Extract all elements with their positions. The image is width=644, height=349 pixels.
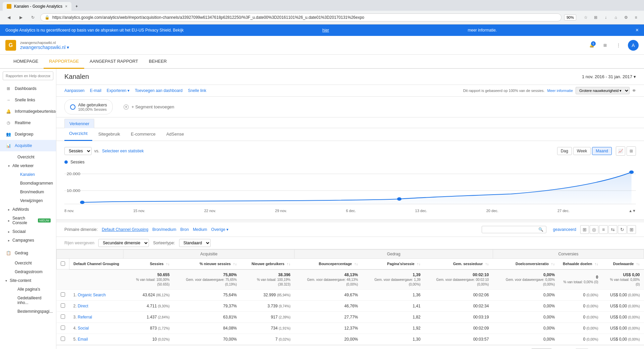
nav-beheer[interactable]: BEHEER — [144, 55, 172, 69]
meer-informatie-link[interactable]: Meer informatie — [547, 89, 573, 93]
avatar[interactable]: A — [628, 40, 639, 51]
compare-view-btn[interactable]: ⇆ — [608, 225, 617, 234]
notifications-icon[interactable]: 🔔5 — [588, 41, 596, 49]
forward-button[interactable]: ▶ — [16, 13, 25, 22]
apps-icon[interactable]: ⊞ — [601, 41, 609, 49]
goal-val-header[interactable]: Doelwaarde ↑↓ — [602, 259, 644, 269]
period-week-button[interactable]: Week — [573, 147, 591, 155]
dim-bron[interactable]: Bron — [180, 227, 189, 232]
table-search-input[interactable] — [485, 227, 538, 232]
close-tab-button[interactable]: × — [65, 4, 67, 9]
notification-close-button[interactable]: × — [636, 27, 639, 33]
email-link[interactable]: Email — [78, 337, 88, 342]
email-button[interactable]: E-mail — [90, 88, 101, 93]
sidebar-toggle-site-content[interactable]: ▾ Site-content — [0, 276, 56, 285]
toevoegen-button[interactable]: Toevoegen aan dashboard — [135, 88, 182, 93]
advanced-link[interactable]: geavanceerd — [553, 227, 576, 232]
sidebar-search-input[interactable] — [3, 71, 53, 80]
tab-overzicht[interactable]: Overzicht — [64, 128, 92, 141]
active-tab[interactable]: Kanalen - Google Analytics × — [3, 2, 71, 11]
pie-view-btn[interactable]: ◎ — [590, 225, 598, 234]
notification-link[interactable]: hier — [322, 28, 329, 33]
tab-verkenner[interactable]: Verkenner — [64, 119, 94, 128]
sidebar-gedragsstroom[interactable]: Gedragsstroom — [0, 267, 56, 276]
prev-page-button[interactable]: ◀ — [593, 348, 601, 349]
sidebar-bestemmingspaginas[interactable]: Bestemmingspagi... — [0, 307, 56, 316]
menu-icon[interactable]: ≡ — [632, 13, 640, 21]
sidebar-toggle-search-console[interactable]: ▸ Search Console NIEUW — [3, 214, 56, 227]
home-icon[interactable]: ⌂ — [612, 13, 620, 21]
sessions-header[interactable]: Sessies ↑↓ — [123, 259, 173, 269]
row4-checkbox[interactable] — [57, 322, 69, 334]
sidebar-alle-paginas[interactable]: Alle pagina's — [0, 285, 56, 294]
perf-view-btn[interactable]: ≡ — [599, 225, 608, 234]
referral-link[interactable]: Referral — [78, 315, 92, 319]
sidebar-item-acquisitie[interactable]: 📊 Acquisitie — [0, 140, 56, 151]
bar-chart-button[interactable]: ⊞ — [627, 146, 636, 156]
nav-rapportage[interactable]: RAPPORTAGE — [44, 55, 84, 69]
exporteren-button[interactable]: Exporteren ▾ — [107, 88, 129, 93]
sidebar-gedetailleerd[interactable]: Gedetailleerd inho... — [0, 294, 56, 307]
zoom-badge[interactable]: 90% — [564, 14, 576, 20]
select-stat-link[interactable]: Selecteer een statistiek — [102, 149, 144, 153]
sorteer-select[interactable]: Standaard — [179, 239, 211, 247]
extensions-icon[interactable]: ⚙ — [622, 13, 630, 21]
sidebar-toggle-adwords[interactable]: ▸ AdWords — [3, 205, 56, 214]
goal-conv-header[interactable]: Doelconversieratio ↑↓ — [493, 259, 559, 269]
sidebar-item-snelle-links[interactable]: → Snelle links — [0, 94, 56, 106]
metric-select[interactable]: Sessies — [64, 147, 92, 155]
back-button[interactable]: ◀ — [4, 13, 13, 22]
select-all-checkbox[interactable] — [61, 261, 65, 266]
nav-aangepast[interactable]: AANGEPAST RAPPORT — [84, 55, 144, 69]
row5-checkbox[interactable] — [57, 334, 69, 345]
direct-link[interactable]: Direct — [78, 304, 88, 308]
sidebar-item-gedrag[interactable]: 📋 Gedrag — [0, 247, 56, 259]
bookmark-icon[interactable]: ☆ — [582, 13, 590, 21]
dim-overige[interactable]: Overige ▾ — [211, 227, 228, 232]
sidebar-toggle-sociaal[interactable]: ▸ Sociaal — [3, 227, 56, 236]
period-dag-button[interactable]: Dag — [557, 147, 572, 155]
sidebar-item-info-events[interactable]: 🔔 Informatiegebeurtenissen — [0, 106, 56, 117]
download-icon[interactable]: ↓ — [602, 13, 610, 21]
session-dur-header[interactable]: Gem. sessieduur ↑↓ — [425, 259, 493, 269]
tab-sitegebruik[interactable]: Sitegebruik — [94, 128, 125, 141]
organic-search-link[interactable]: Organic Search — [78, 293, 106, 297]
pages-session-header[interactable]: Pagina's/sessie ↑↓ — [362, 259, 424, 269]
pivot-view-btn[interactable]: ↻ — [618, 225, 627, 234]
sidebar-sub-kanalen[interactable]: Kanalen — [3, 170, 56, 179]
bounce-header[interactable]: Bouncepercentage ↑↓ — [294, 259, 362, 269]
sidebar-sub-boomdiagrammen[interactable]: Boomdiagrammen — [3, 179, 56, 188]
tab-adsense[interactable]: AdSense — [162, 128, 189, 141]
scatter-view-btn[interactable]: ⊞ — [627, 225, 636, 234]
segment-pill[interactable]: Alle gebruikers 100,00% Sessies — [64, 99, 113, 114]
sidebar-item-dashboards[interactable]: ⊞ Dashboards — [0, 83, 56, 94]
add-segment-button[interactable]: + + Segment toevoegen — [118, 102, 180, 112]
new-tab-button[interactable]: + — [71, 2, 82, 11]
sidebar-toggle-alle-verkeer[interactable]: ▾ Alle verkeer — [3, 161, 56, 170]
line-chart-button[interactable]: 📈 — [616, 146, 625, 156]
aanpassen-button[interactable]: Aanpassen — [64, 88, 85, 93]
dim-medium[interactable]: Medium — [193, 227, 207, 232]
period-maand-button[interactable]: Maand — [592, 147, 612, 155]
accuracy-select[interactable]: Grotere nauwkeurigheid ▾ — [576, 87, 630, 94]
social-link[interactable]: Social — [78, 326, 89, 331]
next-page-button[interactable]: ▶ — [628, 348, 636, 349]
sidebar-sub-overzicht[interactable]: Overzicht — [3, 153, 56, 161]
row3-checkbox[interactable] — [57, 311, 69, 322]
channel-header[interactable]: Default Channel Grouping — [69, 259, 123, 269]
reload-button[interactable]: ↻ — [28, 13, 38, 22]
table-view-btn[interactable]: ⊞ — [580, 225, 589, 234]
more-options-icon[interactable]: ⋮ — [614, 41, 623, 49]
sidebar-sub-verwijzingen[interactable]: Verwijzingen — [3, 196, 56, 205]
row1-checkbox[interactable] — [57, 289, 69, 300]
sidebar-item-doelgroep[interactable]: 👥 Doelgroep — [0, 129, 56, 140]
table-view-icon[interactable]: 👁 — [632, 89, 636, 93]
row2-checkbox[interactable] — [57, 300, 69, 311]
sidebar-item-realtime[interactable]: ◷ Realtime — [0, 117, 56, 129]
secondary-dim-select[interactable]: Secundaire dimensie — [98, 239, 149, 247]
dim-default-channel[interactable]: Default Channel Grouping — [102, 227, 148, 232]
new-sessions-header[interactable]: % nieuwe sessies ↑↓ — [174, 259, 241, 269]
sidebar-toggle-campagnes[interactable]: ▸ Campagnes — [3, 236, 56, 245]
nav-homepage[interactable]: HOMEPAGE — [8, 55, 44, 69]
dim-bron-medium[interactable]: Bron/medium — [152, 227, 176, 232]
